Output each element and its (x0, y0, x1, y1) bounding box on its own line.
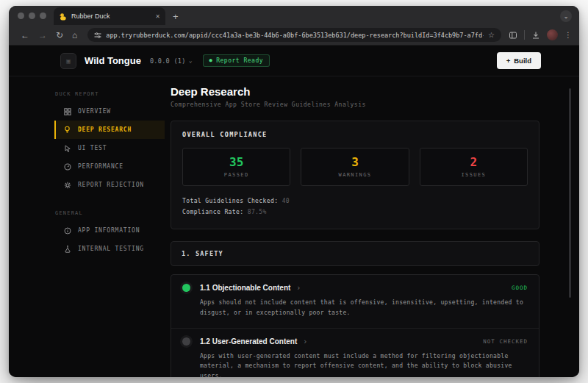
overall-compliance-panel: OVERALL COMPLIANCE 35 PASSED 3 WARNINGS … (171, 121, 539, 229)
status-dot (182, 284, 190, 292)
compliance-totals: Total Guidelines Checked: 40 Compliance … (182, 196, 528, 218)
sidebar-item-overview[interactable]: OVERVIEW (54, 102, 165, 121)
bookmark-star-icon[interactable]: ☆ (488, 31, 495, 39)
deep-research-icon (63, 126, 71, 134)
status-dot (182, 337, 190, 346)
url-text[interactable]: app.tryrubberduck.com/appid/ccc41a3a-be3… (106, 32, 484, 39)
app-body: DUCK REPORT OVERVIEW DEEP RESEARCH (9, 76, 579, 377)
guideline-header: 1.1 Objectionable Content › GOOD (182, 284, 528, 292)
back-icon[interactable]: ← (21, 31, 29, 40)
page-subtitle: Comprehensive App Store Review Guideline… (171, 101, 539, 108)
total-guidelines-line: Total Guidelines Checked: 40 (182, 196, 528, 207)
page-scrollbar[interactable] (569, 88, 571, 298)
guideline-status-badge: GOOD (512, 284, 528, 291)
guideline-item-objectionable-content[interactable]: 1.1 Objectionable Content › GOOD Apps sh… (171, 275, 539, 327)
window-minimize-button[interactable] (29, 12, 35, 19)
browser-window: Rubber Duck ✕ + ⌄ ← → ↻ ⌂ app.tryrubberd… (9, 6, 579, 377)
stat-card-passed: 35 PASSED (182, 148, 290, 186)
sidebar-item-label: DEEP RESEARCH (78, 126, 132, 133)
tab-title: Rubber Duck (71, 12, 151, 20)
compliance-rate-value: 87.5% (248, 209, 267, 215)
chevron-right-icon: › (296, 284, 301, 292)
report-rejection-icon (63, 181, 71, 189)
sidebar-item-performance[interactable]: PERFORMANCE (54, 157, 165, 176)
app-name: Wild Tongue (85, 55, 141, 66)
compliance-heading: OVERALL COMPLIANCE (182, 131, 528, 138)
chevron-right-icon: › (303, 337, 307, 346)
guidelines-list: 1.1 Objectionable Content › GOOD Apps sh… (171, 274, 539, 377)
traffic-lights (9, 6, 54, 25)
reload-icon[interactable]: ↻ (56, 31, 63, 40)
window-zoom-button[interactable] (40, 12, 46, 19)
chevron-down-icon[interactable]: ⌄ (189, 57, 193, 64)
stat-card-warnings: 3 WARNINGS (301, 148, 409, 186)
home-icon[interactable]: ⌂ (72, 31, 77, 40)
app-header: ▣ Wild Tongue 0.0.0 (1) ⌄ ● Report Ready… (9, 46, 579, 76)
issues-count: 2 (420, 155, 527, 169)
sidebar-item-report-rejection[interactable]: REPORT REJECTION (54, 176, 165, 194)
toolbar-divider (524, 30, 525, 40)
sidebar-section-duck-report: DUCK REPORT (55, 91, 165, 97)
forward-icon[interactable]: → (38, 31, 47, 40)
sidebar-item-ui-test[interactable]: UI TEST (54, 139, 165, 157)
site-settings-icon[interactable] (94, 32, 101, 39)
window-close-button[interactable] (18, 12, 24, 19)
performance-icon (63, 162, 71, 171)
guideline-status-badge: NOT CHECKED (483, 338, 528, 345)
ui-test-icon (63, 144, 71, 152)
status-dot-icon: ● (209, 58, 213, 63)
sidebar-item-label: OVERVIEW (78, 108, 111, 115)
report-ready-label: Report Ready (216, 57, 263, 64)
url-bar[interactable]: app.tryrubberduck.com/appid/ccc41a3a-be3… (87, 28, 501, 42)
tab-organizer-icon[interactable] (509, 31, 517, 40)
tab-strip: Rubber Duck ✕ + ⌄ (9, 6, 579, 25)
section-heading-safety: 1. SAFETY (171, 241, 539, 266)
build-button-label: Build (514, 57, 531, 65)
sidebar-item-internal-testing[interactable]: INTERNAL TESTING (54, 240, 165, 258)
sidebar-item-label: APP INFORMATION (78, 227, 140, 234)
issues-label: ISSUES (420, 172, 527, 178)
sidebar-item-label: REPORT REJECTION (78, 182, 144, 188)
passed-label: PASSED (183, 172, 290, 178)
total-guidelines-label: Total Guidelines Checked: (182, 198, 278, 204)
guideline-title: 1.2 User-Generated Content (200, 337, 297, 346)
new-tab-button[interactable]: + (173, 11, 179, 25)
guideline-item-user-generated-content[interactable]: 1.2 User-Generated Content › NOT CHECKED… (171, 328, 539, 377)
sidebar-section-general: GENERAL (55, 210, 165, 216)
browser-tab[interactable]: Rubber Duck ✕ (54, 7, 165, 25)
warnings-label: WARNINGS (301, 172, 408, 178)
duck-favicon-icon (59, 12, 67, 21)
compliance-rate-label: Compliance Rate: (182, 209, 243, 215)
stat-card-issues: 2 ISSUES (420, 148, 528, 186)
browser-menu-icon[interactable]: ⋮ (564, 31, 572, 39)
guideline-title: 1.1 Objectionable Content (200, 284, 290, 292)
guideline-description: Apps with user-generated content must in… (200, 351, 528, 377)
report-ready-badge: ● Report Ready (203, 54, 270, 67)
total-guidelines-value: 40 (282, 198, 290, 204)
guideline-description: Apps should not include content that is … (200, 298, 528, 318)
page-content: ▣ Wild Tongue 0.0.0 (1) ⌄ ● Report Ready… (9, 46, 579, 377)
guideline-header: 1.2 User-Generated Content › NOT CHECKED (182, 337, 528, 346)
tab-close-icon[interactable]: ✕ (155, 13, 160, 20)
tab-search-button[interactable]: ⌄ (560, 10, 572, 22)
app-icon: ▣ (60, 53, 76, 69)
sidebar-item-label: INTERNAL TESTING (78, 246, 144, 252)
overview-icon (63, 107, 71, 115)
version-selector[interactable]: 0.0.0 (1) (150, 57, 186, 65)
sidebar-item-app-information[interactable]: APP INFORMATION (54, 221, 165, 240)
sidebar-item-label: UI TEST (78, 145, 107, 151)
build-button[interactable]: + Build (497, 52, 541, 69)
browser-toolbar: ← → ↻ ⌂ app.tryrubberduck.com/appid/ccc4… (9, 25, 579, 46)
download-icon[interactable] (531, 31, 540, 40)
sidebar-item-deep-research[interactable]: DEEP RESEARCH (54, 121, 165, 139)
compliance-rate-line: Compliance Rate: 87.5% (182, 207, 528, 218)
stats-row: 35 PASSED 3 WARNINGS 2 ISSUES (182, 148, 528, 186)
profile-avatar[interactable] (547, 29, 558, 40)
passed-count: 35 (183, 155, 290, 169)
plus-icon: + (506, 57, 511, 65)
app-information-icon (63, 226, 71, 235)
page-title: Deep Research (171, 85, 539, 98)
sidebar-item-label: PERFORMANCE (78, 163, 123, 170)
toolbar-right-cluster: ⋮ (509, 29, 572, 40)
internal-testing-icon (63, 245, 71, 253)
